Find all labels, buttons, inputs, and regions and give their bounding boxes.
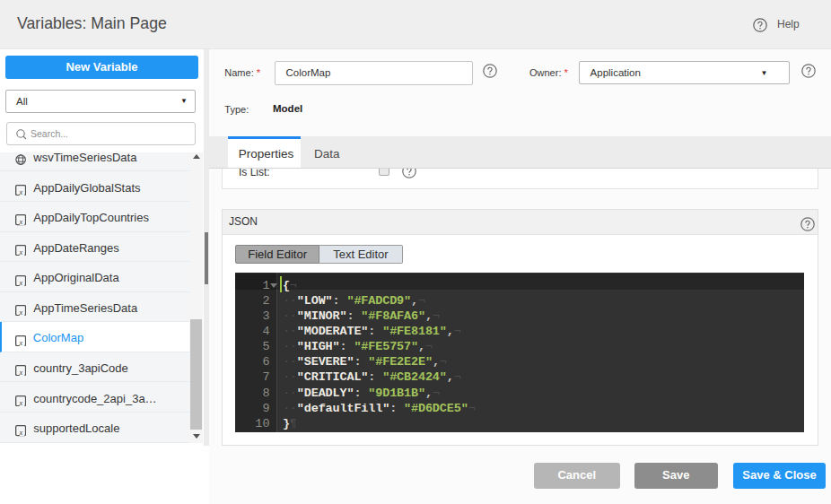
svg-text:x: x	[19, 369, 23, 377]
svg-text:x: x	[19, 219, 23, 226]
svg-text:x: x	[19, 399, 23, 406]
svg-text:x: x	[19, 279, 23, 286]
svg-text:x: x	[19, 309, 23, 317]
svg-text:x: x	[19, 248, 23, 256]
svg-text:x: x	[18, 339, 22, 346]
svg-text:x: x	[19, 430, 23, 437]
svg-text:x: x	[19, 188, 23, 196]
